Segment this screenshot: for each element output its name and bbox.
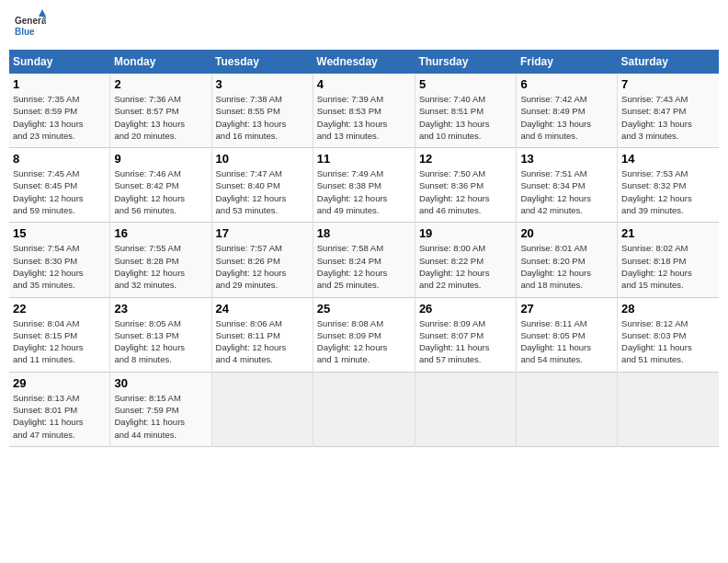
calendar-cell: 5Sunrise: 7:40 AM Sunset: 8:51 PM Daylig… [415, 74, 517, 148]
calendar-week-row: 8Sunrise: 7:45 AM Sunset: 8:45 PM Daylig… [9, 148, 719, 223]
calendar-cell: 16Sunrise: 7:55 AM Sunset: 8:28 PM Dayli… [110, 223, 211, 297]
day-number: 16 [114, 226, 207, 240]
day-number: 15 [13, 226, 106, 240]
day-number: 8 [13, 152, 106, 166]
day-number: 21 [621, 226, 715, 240]
cell-info: Sunrise: 8:15 AM Sunset: 7:59 PM Dayligh… [114, 392, 207, 441]
svg-text:General: General [15, 16, 46, 26]
day-number: 19 [419, 226, 513, 240]
day-number: 2 [114, 77, 207, 91]
col-header-tuesday: Tuesday [211, 50, 313, 74]
day-number: 5 [419, 77, 513, 91]
calendar-header-row: SundayMondayTuesdayWednesdayThursdayFrid… [9, 50, 719, 74]
col-header-saturday: Saturday [618, 50, 719, 74]
calendar-cell: 1Sunrise: 7:35 AM Sunset: 8:59 PM Daylig… [9, 74, 110, 148]
day-number: 13 [520, 152, 613, 166]
cell-info: Sunrise: 7:46 AM Sunset: 8:42 PM Dayligh… [114, 167, 207, 216]
calendar-cell: 17Sunrise: 7:57 AM Sunset: 8:26 PM Dayli… [211, 223, 313, 297]
calendar-cell: 14Sunrise: 7:53 AM Sunset: 8:32 PM Dayli… [618, 148, 719, 223]
day-number: 23 [114, 302, 207, 316]
logo: General Blue [13, 9, 48, 42]
col-header-friday: Friday [517, 50, 618, 74]
calendar-cell: 24Sunrise: 8:06 AM Sunset: 8:11 PM Dayli… [211, 297, 313, 372]
day-number: 27 [520, 302, 613, 316]
cell-info: Sunrise: 8:00 AM Sunset: 8:22 PM Dayligh… [419, 242, 513, 291]
day-number: 18 [317, 226, 411, 240]
calendar-cell: 12Sunrise: 7:50 AM Sunset: 8:36 PM Dayli… [415, 148, 517, 223]
day-number: 4 [317, 77, 411, 91]
calendar-cell: 28Sunrise: 8:12 AM Sunset: 8:03 PM Dayli… [618, 297, 719, 372]
cell-info: Sunrise: 8:02 AM Sunset: 8:18 PM Dayligh… [621, 242, 715, 291]
day-number: 10 [216, 152, 309, 166]
cell-info: Sunrise: 8:11 AM Sunset: 8:05 PM Dayligh… [520, 317, 613, 366]
day-number: 6 [520, 77, 613, 91]
calendar-table: SundayMondayTuesdayWednesdayThursdayFrid… [9, 50, 719, 447]
cell-info: Sunrise: 8:12 AM Sunset: 8:03 PM Dayligh… [621, 317, 715, 366]
day-number: 25 [317, 302, 411, 316]
calendar-cell: 27Sunrise: 8:11 AM Sunset: 8:05 PM Dayli… [517, 297, 618, 372]
cell-info: Sunrise: 7:47 AM Sunset: 8:40 PM Dayligh… [216, 167, 309, 216]
calendar-cell [618, 372, 719, 446]
day-number: 12 [419, 152, 513, 166]
cell-info: Sunrise: 7:54 AM Sunset: 8:30 PM Dayligh… [13, 242, 106, 291]
calendar-cell: 13Sunrise: 7:51 AM Sunset: 8:34 PM Dayli… [517, 148, 618, 223]
cell-info: Sunrise: 7:42 AM Sunset: 8:49 PM Dayligh… [520, 93, 613, 142]
day-number: 1 [13, 77, 106, 91]
cell-info: Sunrise: 7:55 AM Sunset: 8:28 PM Dayligh… [114, 242, 207, 291]
day-number: 24 [216, 302, 309, 316]
calendar-cell [313, 372, 415, 446]
calendar-cell: 20Sunrise: 8:01 AM Sunset: 8:20 PM Dayli… [517, 223, 618, 297]
cell-info: Sunrise: 7:38 AM Sunset: 8:55 PM Dayligh… [216, 93, 309, 142]
calendar-week-row: 15Sunrise: 7:54 AM Sunset: 8:30 PM Dayli… [9, 223, 719, 297]
cell-info: Sunrise: 8:04 AM Sunset: 8:15 PM Dayligh… [13, 317, 106, 366]
page-header: General Blue [9, 9, 719, 42]
calendar-cell: 4Sunrise: 7:39 AM Sunset: 8:53 PM Daylig… [313, 74, 415, 148]
calendar-cell [211, 372, 313, 446]
cell-info: Sunrise: 7:49 AM Sunset: 8:38 PM Dayligh… [317, 167, 411, 216]
day-number: 22 [13, 302, 106, 316]
day-number: 29 [13, 376, 106, 390]
day-number: 30 [114, 376, 207, 390]
calendar-cell: 3Sunrise: 7:38 AM Sunset: 8:55 PM Daylig… [211, 74, 313, 148]
day-number: 9 [114, 152, 207, 166]
day-number: 14 [621, 152, 715, 166]
day-number: 28 [621, 302, 715, 316]
cell-info: Sunrise: 7:39 AM Sunset: 8:53 PM Dayligh… [317, 93, 411, 142]
calendar-cell: 8Sunrise: 7:45 AM Sunset: 8:45 PM Daylig… [9, 148, 110, 223]
cell-info: Sunrise: 7:43 AM Sunset: 8:47 PM Dayligh… [621, 93, 715, 142]
cell-info: Sunrise: 7:58 AM Sunset: 8:24 PM Dayligh… [317, 242, 411, 291]
col-header-monday: Monday [110, 50, 211, 74]
calendar-cell: 25Sunrise: 8:08 AM Sunset: 8:09 PM Dayli… [313, 297, 415, 372]
svg-text:Blue: Blue [15, 27, 35, 37]
cell-info: Sunrise: 7:45 AM Sunset: 8:45 PM Dayligh… [13, 167, 106, 216]
calendar-cell: 19Sunrise: 8:00 AM Sunset: 8:22 PM Dayli… [415, 223, 517, 297]
cell-info: Sunrise: 7:50 AM Sunset: 8:36 PM Dayligh… [419, 167, 513, 216]
day-number: 17 [216, 226, 309, 240]
cell-info: Sunrise: 8:05 AM Sunset: 8:13 PM Dayligh… [114, 317, 207, 366]
calendar-cell: 2Sunrise: 7:36 AM Sunset: 8:57 PM Daylig… [110, 74, 211, 148]
calendar-cell: 22Sunrise: 8:04 AM Sunset: 8:15 PM Dayli… [9, 297, 110, 372]
logo-icon: General Blue [13, 9, 46, 42]
cell-info: Sunrise: 7:40 AM Sunset: 8:51 PM Dayligh… [419, 93, 513, 142]
day-number: 20 [520, 226, 613, 240]
calendar-week-row: 29Sunrise: 8:13 AM Sunset: 8:01 PM Dayli… [9, 372, 719, 446]
calendar-week-row: 1Sunrise: 7:35 AM Sunset: 8:59 PM Daylig… [9, 74, 719, 148]
cell-info: Sunrise: 8:13 AM Sunset: 8:01 PM Dayligh… [13, 392, 106, 441]
calendar-cell [517, 372, 618, 446]
day-number: 3 [216, 77, 309, 91]
cell-info: Sunrise: 7:35 AM Sunset: 8:59 PM Dayligh… [13, 93, 106, 142]
cell-info: Sunrise: 8:01 AM Sunset: 8:20 PM Dayligh… [520, 242, 613, 291]
calendar-cell: 21Sunrise: 8:02 AM Sunset: 8:18 PM Dayli… [618, 223, 719, 297]
col-header-thursday: Thursday [415, 50, 517, 74]
calendar-cell: 6Sunrise: 7:42 AM Sunset: 8:49 PM Daylig… [517, 74, 618, 148]
cell-info: Sunrise: 7:36 AM Sunset: 8:57 PM Dayligh… [114, 93, 207, 142]
calendar-cell [415, 372, 517, 446]
calendar-week-row: 22Sunrise: 8:04 AM Sunset: 8:15 PM Dayli… [9, 297, 719, 372]
cell-info: Sunrise: 7:57 AM Sunset: 8:26 PM Dayligh… [216, 242, 309, 291]
day-number: 7 [621, 77, 715, 91]
calendar-cell: 18Sunrise: 7:58 AM Sunset: 8:24 PM Dayli… [313, 223, 415, 297]
calendar-cell: 15Sunrise: 7:54 AM Sunset: 8:30 PM Dayli… [9, 223, 110, 297]
calendar-cell: 30Sunrise: 8:15 AM Sunset: 7:59 PM Dayli… [110, 372, 211, 446]
cell-info: Sunrise: 8:09 AM Sunset: 8:07 PM Dayligh… [419, 317, 513, 366]
calendar-cell: 10Sunrise: 7:47 AM Sunset: 8:40 PM Dayli… [211, 148, 313, 223]
